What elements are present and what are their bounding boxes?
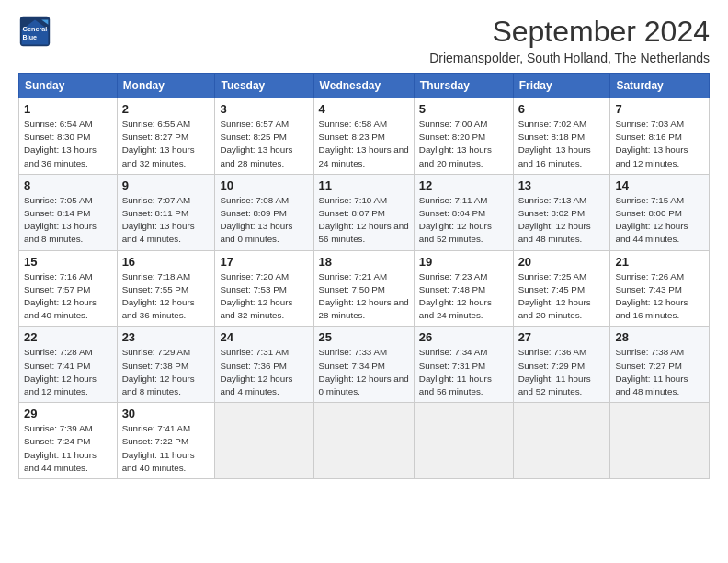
day-info: Sunrise: 7:10 AMSunset: 8:07 PMDaylight:…: [319, 195, 409, 245]
day-number: 1: [24, 102, 112, 116]
day-info: Sunrise: 7:26 AMSunset: 7:43 PMDaylight:…: [615, 271, 688, 321]
empty-cell: [610, 403, 710, 479]
day-number: 13: [518, 178, 606, 192]
day-number: 16: [122, 255, 210, 269]
day-info: Sunrise: 7:13 AMSunset: 8:02 PMDaylight:…: [518, 195, 591, 245]
day-cell-28: 28 Sunrise: 7:38 AMSunset: 7:27 PMDaylig…: [610, 327, 710, 403]
page: General Blue September 2024 Driemanspold…: [0, 0, 728, 563]
day-cell-4: 4 Sunrise: 6:58 AMSunset: 8:23 PMDayligh…: [313, 98, 414, 175]
day-number: 28: [615, 330, 704, 344]
title-block: September 2024 Driemanspolder, South Hol…: [429, 15, 710, 65]
day-number: 20: [518, 255, 606, 269]
day-cell-11: 11 Sunrise: 7:10 AMSunset: 8:07 PMDaylig…: [313, 174, 414, 250]
day-info: Sunrise: 7:20 AMSunset: 7:53 PMDaylight:…: [220, 271, 292, 321]
empty-cell: [513, 403, 610, 479]
day-cell-23: 23 Sunrise: 7:29 AMSunset: 7:38 PMDaylig…: [117, 327, 215, 403]
calendar-table: Sunday Monday Tuesday Wednesday Thursday…: [18, 73, 710, 479]
day-info: Sunrise: 7:02 AMSunset: 8:18 PMDaylight:…: [518, 119, 591, 168]
col-wednesday: Wednesday: [313, 74, 414, 98]
day-info: Sunrise: 6:57 AMSunset: 8:25 PMDaylight:…: [220, 119, 292, 168]
day-cell-29: 29 Sunrise: 7:39 AMSunset: 7:24 PMDaylig…: [19, 403, 118, 479]
day-number: 11: [319, 178, 409, 192]
day-cell-12: 12 Sunrise: 7:11 AMSunset: 8:04 PMDaylig…: [414, 174, 513, 250]
day-cell-10: 10 Sunrise: 7:08 AMSunset: 8:09 PMDaylig…: [215, 174, 313, 250]
col-sunday: Sunday: [19, 74, 118, 98]
day-info: Sunrise: 7:21 AMSunset: 7:50 PMDaylight:…: [319, 271, 409, 321]
calendar-week-4: 22 Sunrise: 7:28 AMSunset: 7:41 PMDaylig…: [19, 327, 710, 403]
day-info: Sunrise: 7:05 AMSunset: 8:14 PMDaylight:…: [24, 195, 97, 245]
day-number: 6: [518, 102, 606, 116]
calendar-week-1: 1 Sunrise: 6:54 AMSunset: 8:30 PMDayligh…: [19, 98, 710, 175]
day-info: Sunrise: 7:36 AMSunset: 7:29 PMDaylight:…: [518, 347, 591, 396]
day-cell-26: 26 Sunrise: 7:34 AMSunset: 7:31 PMDaylig…: [414, 327, 513, 403]
day-number: 7: [615, 102, 704, 116]
day-number: 9: [122, 178, 210, 192]
day-info: Sunrise: 7:16 AMSunset: 7:57 PMDaylight:…: [24, 271, 97, 321]
day-info: Sunrise: 6:54 AMSunset: 8:30 PMDaylight:…: [24, 119, 97, 168]
day-cell-7: 7 Sunrise: 7:03 AMSunset: 8:16 PMDayligh…: [610, 98, 710, 175]
empty-cell: [215, 403, 313, 479]
logo-icon: General Blue: [18, 15, 51, 48]
day-number: 3: [220, 102, 308, 116]
col-friday: Friday: [513, 74, 610, 98]
col-monday: Monday: [117, 74, 215, 98]
day-info: Sunrise: 7:00 AMSunset: 8:20 PMDaylight:…: [419, 119, 492, 168]
day-info: Sunrise: 7:18 AMSunset: 7:55 PMDaylight:…: [122, 271, 195, 321]
day-info: Sunrise: 7:28 AMSunset: 7:41 PMDaylight:…: [24, 347, 97, 396]
day-cell-17: 17 Sunrise: 7:20 AMSunset: 7:53 PMDaylig…: [215, 250, 313, 327]
day-info: Sunrise: 7:15 AMSunset: 8:00 PMDaylight:…: [615, 195, 688, 245]
calendar-week-5: 29 Sunrise: 7:39 AMSunset: 7:24 PMDaylig…: [19, 403, 710, 479]
day-info: Sunrise: 7:08 AMSunset: 8:09 PMDaylight:…: [220, 195, 292, 245]
day-number: 21: [615, 255, 704, 269]
month-title: September 2024: [429, 15, 710, 49]
day-info: Sunrise: 7:23 AMSunset: 7:48 PMDaylight:…: [419, 271, 492, 321]
svg-text:General: General: [23, 25, 48, 33]
day-info: Sunrise: 7:39 AMSunset: 7:24 PMDaylight:…: [24, 423, 97, 473]
col-thursday: Thursday: [414, 74, 513, 98]
day-number: 27: [518, 330, 606, 344]
day-cell-22: 22 Sunrise: 7:28 AMSunset: 7:41 PMDaylig…: [19, 327, 118, 403]
col-saturday: Saturday: [610, 74, 710, 98]
day-number: 24: [220, 330, 308, 344]
day-number: 2: [122, 102, 210, 116]
day-number: 19: [419, 255, 508, 269]
day-cell-20: 20 Sunrise: 7:25 AMSunset: 7:45 PMDaylig…: [513, 250, 610, 327]
day-info: Sunrise: 6:58 AMSunset: 8:23 PMDaylight:…: [319, 119, 409, 168]
day-info: Sunrise: 7:41 AMSunset: 7:22 PMDaylight:…: [122, 423, 195, 473]
location: Driemanspolder, South Holland, The Nethe…: [429, 51, 710, 65]
day-number: 17: [220, 255, 308, 269]
day-number: 4: [319, 102, 409, 116]
day-info: Sunrise: 7:25 AMSunset: 7:45 PMDaylight:…: [518, 271, 591, 321]
day-cell-3: 3 Sunrise: 6:57 AMSunset: 8:25 PMDayligh…: [215, 98, 313, 175]
day-number: 18: [319, 255, 409, 269]
day-number: 22: [24, 330, 112, 344]
day-info: Sunrise: 7:11 AMSunset: 8:04 PMDaylight:…: [419, 195, 492, 245]
day-number: 14: [615, 178, 704, 192]
day-info: Sunrise: 6:55 AMSunset: 8:27 PMDaylight:…: [122, 119, 195, 168]
day-cell-14: 14 Sunrise: 7:15 AMSunset: 8:00 PMDaylig…: [610, 174, 710, 250]
day-info: Sunrise: 7:38 AMSunset: 7:27 PMDaylight:…: [615, 347, 688, 396]
day-info: Sunrise: 7:34 AMSunset: 7:31 PMDaylight:…: [419, 347, 492, 396]
logo: General Blue: [18, 15, 51, 48]
day-info: Sunrise: 7:03 AMSunset: 8:16 PMDaylight:…: [615, 119, 688, 168]
day-number: 10: [220, 178, 308, 192]
day-number: 5: [419, 102, 508, 116]
day-cell-6: 6 Sunrise: 7:02 AMSunset: 8:18 PMDayligh…: [513, 98, 610, 175]
day-cell-5: 5 Sunrise: 7:00 AMSunset: 8:20 PMDayligh…: [414, 98, 513, 175]
day-number: 12: [419, 178, 508, 192]
calendar-week-2: 8 Sunrise: 7:05 AMSunset: 8:14 PMDayligh…: [19, 174, 710, 250]
day-info: Sunrise: 7:33 AMSunset: 7:34 PMDaylight:…: [319, 347, 409, 396]
day-cell-8: 8 Sunrise: 7:05 AMSunset: 8:14 PMDayligh…: [19, 174, 118, 250]
day-cell-9: 9 Sunrise: 7:07 AMSunset: 8:11 PMDayligh…: [117, 174, 215, 250]
day-number: 26: [419, 330, 508, 344]
calendar-week-3: 15 Sunrise: 7:16 AMSunset: 7:57 PMDaylig…: [19, 250, 710, 327]
header-row: Sunday Monday Tuesday Wednesday Thursday…: [19, 74, 710, 98]
day-cell-15: 15 Sunrise: 7:16 AMSunset: 7:57 PMDaylig…: [19, 250, 118, 327]
day-cell-18: 18 Sunrise: 7:21 AMSunset: 7:50 PMDaylig…: [313, 250, 414, 327]
day-info: Sunrise: 7:31 AMSunset: 7:36 PMDaylight:…: [220, 347, 292, 396]
header: General Blue September 2024 Driemanspold…: [18, 15, 710, 65]
day-number: 8: [24, 178, 112, 192]
svg-text:Blue: Blue: [23, 33, 38, 41]
day-number: 25: [319, 330, 409, 344]
col-tuesday: Tuesday: [215, 74, 313, 98]
